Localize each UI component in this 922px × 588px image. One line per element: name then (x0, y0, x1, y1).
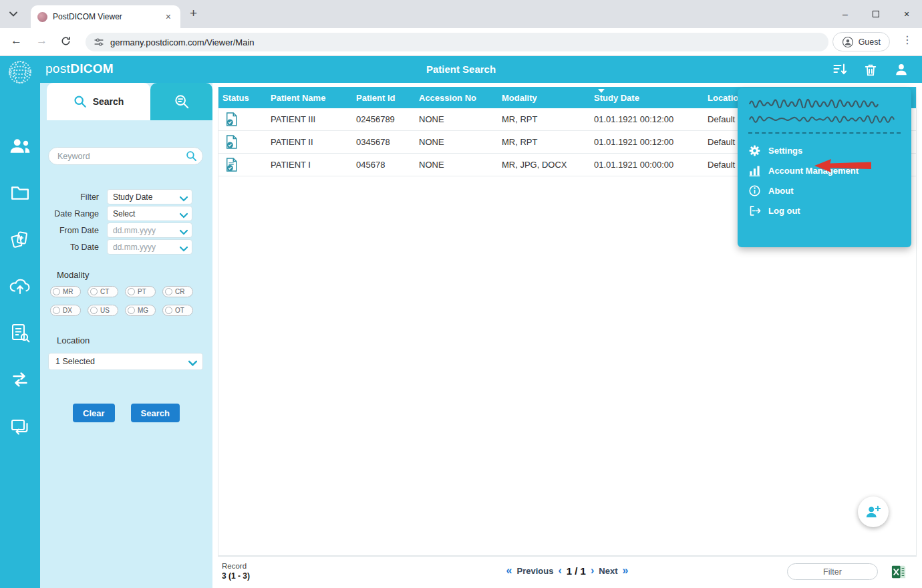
date-range-label: Date Range (40, 209, 107, 218)
keyword-search-icon[interactable] (186, 150, 197, 164)
window-controls: – × (830, 0, 922, 28)
column-header-study-date[interactable]: Study Date (590, 87, 704, 108)
user-account-button[interactable] (893, 61, 910, 78)
first-page-button[interactable]: « (506, 565, 512, 577)
record-label: Record (222, 562, 247, 570)
browser-tab-strip: PostDICOM Viewer × + – × (0, 0, 922, 28)
modality-option-cr[interactable]: CR (162, 286, 193, 297)
menu-item-logout[interactable]: Log out (748, 200, 901, 220)
nav-worklist-search[interactable] (7, 322, 33, 343)
modality-option-label: CT (100, 288, 109, 295)
column-header-accession-no[interactable]: Accession No (415, 87, 498, 108)
modality-option-dx[interactable]: DX (50, 305, 81, 316)
nav-share[interactable] (7, 369, 33, 390)
nav-study-cards[interactable] (7, 229, 33, 250)
column-header-patient-name[interactable]: Patient Name (267, 87, 352, 108)
last-page-button[interactable]: » (622, 565, 628, 577)
menu-item-about[interactable]: About (748, 180, 901, 200)
delete-button[interactable] (862, 61, 879, 78)
browser-tab[interactable]: PostDICOM Viewer × (31, 5, 180, 28)
radio-icon (165, 288, 172, 295)
filter-select[interactable]: Study Date (107, 189, 192, 204)
modality-option-label: CR (175, 288, 184, 295)
location-select[interactable]: 1 Selected (48, 353, 203, 370)
forward-button[interactable]: → (36, 34, 47, 47)
modality-cell: MR, JPG, DOCX (498, 160, 590, 170)
window-maximize-button[interactable] (861, 9, 891, 19)
chevron-down-icon (188, 359, 197, 368)
nav-folders[interactable] (7, 182, 33, 203)
sort-descending-icon (832, 61, 848, 78)
keyword-input[interactable] (48, 147, 203, 165)
sync-transfer-icon (10, 417, 30, 436)
postdicom-sphere-logo (5, 57, 35, 90)
tab-search-button[interactable] (5, 6, 21, 22)
postdicom-app: postDICOM Patient Search (0, 56, 922, 588)
left-icon-rail (0, 56, 40, 588)
window-close-button[interactable]: × (891, 9, 922, 19)
sort-order-button[interactable] (831, 61, 849, 78)
cloud-upload-icon (9, 277, 31, 295)
panel-buttons: Clear Search (40, 404, 212, 422)
next-page-button[interactable]: Next (599, 566, 617, 576)
next-chevron-icon[interactable]: › (591, 565, 594, 577)
back-button[interactable]: ← (11, 34, 22, 47)
tab-title: PostDICOM Viewer (53, 12, 158, 21)
nav-cloud-upload[interactable] (7, 275, 33, 297)
reload-icon (60, 35, 71, 47)
modality-cell: MR, RPT (498, 137, 590, 147)
redacted-user-email (748, 112, 899, 124)
previous-chevron-icon[interactable]: ‹ (558, 565, 561, 577)
chevron-down-icon (180, 194, 188, 204)
column-header-modality[interactable]: Modality (498, 87, 590, 108)
record-count: Record 3 (1 - 3) (222, 561, 250, 582)
gear-icon (748, 144, 761, 157)
modality-option-mg[interactable]: MG (125, 305, 156, 316)
address-bar[interactable]: germany.postdicom.com/Viewer/Main (86, 33, 828, 51)
date-range-select[interactable]: Select (107, 206, 192, 221)
browser-profile-button[interactable]: Guest (832, 32, 890, 51)
previous-page-button[interactable]: Previous (517, 566, 554, 576)
tab-close-icon[interactable]: × (163, 11, 174, 23)
nav-patient-search[interactable] (7, 135, 33, 156)
modality-option-mr[interactable]: MR (50, 286, 81, 297)
add-patient-fab[interactable] (858, 496, 889, 527)
from-date-input[interactable]: dd.mm.yyyy (107, 223, 192, 238)
menu-item-about-label: About (768, 186, 794, 196)
search-button[interactable]: Search (131, 404, 180, 422)
export-excel-button[interactable] (891, 565, 906, 579)
info-icon (748, 184, 761, 197)
status-cell (218, 112, 267, 127)
to-date-input[interactable]: dd.mm.yyyy (107, 239, 192, 255)
search-icon (73, 95, 87, 108)
app-header: postDICOM Patient Search (0, 56, 922, 83)
modality-option-ot[interactable]: OT (162, 305, 193, 316)
reload-button[interactable] (60, 35, 71, 50)
user-person-icon (894, 62, 909, 77)
search-tabs: Search (47, 83, 212, 120)
results-filter-input[interactable]: Filter (787, 563, 878, 580)
patient-name-cell: PATIENT I (267, 160, 352, 170)
column-header-patient-id[interactable]: Patient Id (352, 87, 415, 108)
modality-option-pt[interactable]: PT (125, 286, 156, 297)
to-date-label: To Date (40, 243, 107, 252)
page-indicator: 1 / 1 (567, 565, 586, 577)
study-date-cell: 01.01.1921 00:12:00 (590, 137, 704, 147)
tab-basic-search[interactable]: Search (47, 83, 150, 120)
window-minimize-button[interactable]: – (830, 9, 861, 19)
column-header-status[interactable]: Status (218, 87, 267, 108)
status-cell (218, 157, 267, 172)
clear-button[interactable]: Clear (73, 404, 115, 422)
tab-advanced-search[interactable] (150, 83, 212, 120)
browser-menu-button[interactable]: ⋮ (902, 33, 913, 46)
browser-toolbar: ← → germany.postdicom.com/Viewer/Main Gu… (0, 28, 922, 56)
location-select-value: 1 Selected (55, 357, 95, 366)
filter-label: Filter (40, 192, 107, 202)
nav-transfer[interactable] (7, 416, 33, 437)
new-tab-button[interactable]: + (190, 6, 197, 21)
keyword-field-wrap (48, 147, 203, 165)
modality-option-ct[interactable]: CT (88, 286, 118, 297)
maximize-icon (873, 11, 879, 17)
modality-option-us[interactable]: US (88, 305, 118, 316)
cards-stack-icon (10, 229, 30, 249)
